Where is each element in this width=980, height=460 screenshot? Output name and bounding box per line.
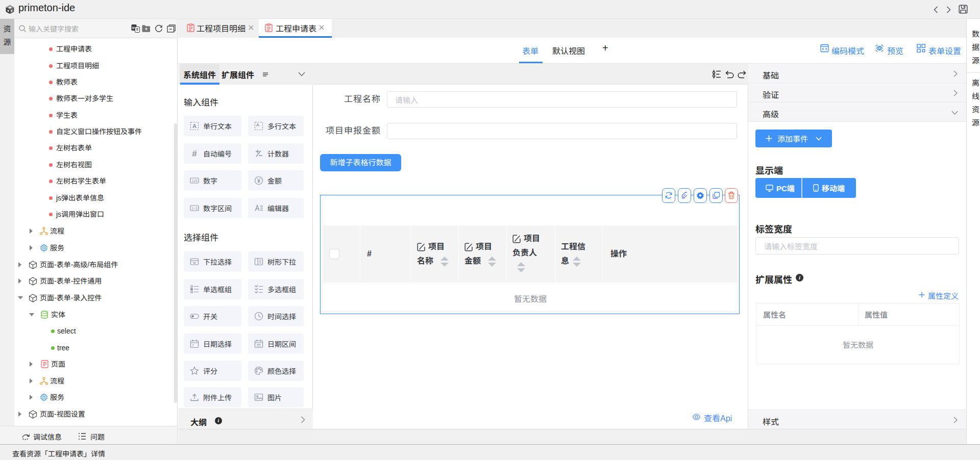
svg-text:123: 123: [192, 179, 198, 183]
svg-text:#: #: [192, 149, 197, 158]
svg-text:A: A: [192, 123, 197, 129]
svg-text:1~3: 1~3: [191, 207, 197, 210]
svg-text:A: A: [256, 122, 260, 127]
